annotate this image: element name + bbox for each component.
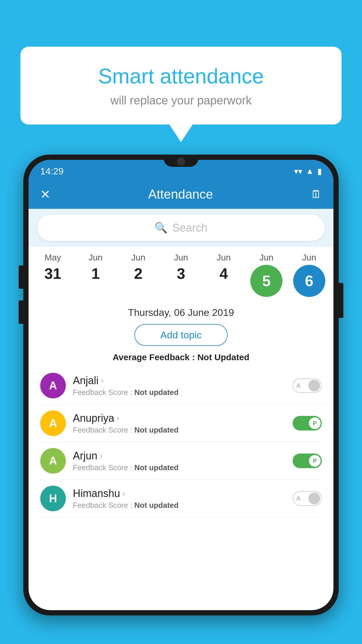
avatar-anjali: A (40, 373, 66, 398)
side-button-volume-up (19, 265, 23, 289)
date-month: Jun (259, 253, 273, 262)
toggle-present-knob: P (309, 417, 321, 429)
side-button-power (339, 283, 343, 318)
student-name-himanshu: Himanshu › (73, 487, 286, 500)
speech-bubble-title: Smart attendance (44, 64, 318, 88)
phone-camera (177, 158, 185, 166)
search-bar-container: 🔍 Search (29, 209, 333, 247)
date-num: 31 (44, 265, 61, 282)
student-feedback-himanshu: Feedback Score : Not updated (73, 501, 286, 510)
student-info-himanshu[interactable]: Himanshu › Feedback Score : Not updated (73, 487, 286, 510)
student-info-anjali[interactable]: Anjali › Feedback Score : Not updated (73, 374, 286, 397)
speech-bubble: Smart attendance will replace your paper… (20, 47, 342, 125)
content-area: Thursday, 06 June 2019 Add topic Average… (29, 300, 333, 524)
search-bar[interactable]: 🔍 Search (37, 215, 325, 241)
date-month: Jun (174, 253, 188, 262)
student-name-anupriya: Anupriya › (73, 412, 286, 424)
date-num: 2 (134, 265, 143, 282)
date-month: Jun (302, 253, 316, 262)
phone-screen: 14:29 ▾▾ ▲ ▮ ✕ Attendance 🗓 🔍 Search (29, 160, 333, 610)
date-month: Jun (217, 253, 231, 262)
student-feedback-anupriya: Feedback Score : Not updated (73, 426, 286, 435)
avg-feedback: Average Feedback : Not Updated (37, 352, 325, 362)
search-icon: 🔍 (154, 222, 168, 234)
close-button[interactable]: ✕ (40, 187, 50, 202)
toggle-absent-label: A (296, 495, 301, 502)
speech-bubble-section: Smart attendance will replace your paper… (20, 47, 342, 142)
wifi-icon: ▾▾ (294, 167, 302, 176)
speech-bubble-subtitle: will replace your paperwork (44, 94, 318, 107)
student-name-arjun: Arjun › (73, 450, 286, 462)
student-info-anupriya[interactable]: Anupriya › Feedback Score : Not updated (73, 412, 286, 435)
date-month: Jun (89, 253, 103, 262)
toggle-absent-knob (308, 493, 320, 504)
date-num: 3 (177, 265, 185, 282)
student-feedback-anjali: Feedback Score : Not updated (73, 388, 286, 397)
student-feedback-arjun: Feedback Score : Not updated (73, 463, 286, 472)
chevron-right-icon: › (122, 489, 125, 498)
student-row-anupriya: A Anupriya › Feedback Score : Not update… (37, 405, 325, 442)
phone-outer: 14:29 ▾▾ ▲ ▮ ✕ Attendance 🗓 🔍 Search (23, 155, 339, 615)
avatar-himanshu: H (40, 486, 66, 511)
chevron-right-icon: › (101, 376, 103, 385)
toggle-present-knob: P (309, 455, 321, 467)
calendar-icon[interactable]: 🗓 (311, 188, 322, 201)
date-num: 1 (91, 265, 100, 282)
date-col-jun3[interactable]: Jun 3 (162, 253, 200, 282)
add-topic-button[interactable]: Add topic (134, 324, 228, 346)
search-placeholder: Search (172, 222, 207, 234)
chevron-right-icon: › (117, 414, 119, 423)
date-col-jun4[interactable]: Jun 4 (205, 253, 243, 282)
date-circle-green: 5 (250, 265, 282, 297)
student-row-anjali: A Anjali › Feedback Score : Not updated … (37, 367, 325, 405)
phone-notch (164, 155, 198, 167)
calendar-strip: May 31 Jun 1 Jun 2 Jun 3 Jun 4 (29, 247, 333, 300)
date-col-jun2[interactable]: Jun 2 (119, 253, 157, 282)
toggle-arjun[interactable]: P (293, 454, 322, 468)
toggle-himanshu[interactable]: A (293, 491, 322, 506)
student-row-arjun: A Arjun › Feedback Score : Not updated P (37, 442, 325, 480)
header-title: Attendance (148, 187, 213, 202)
student-info-arjun[interactable]: Arjun › Feedback Score : Not updated (73, 450, 286, 472)
toggle-anjali[interactable]: A (293, 378, 322, 393)
date-col-jun6[interactable]: Jun 6 (290, 253, 328, 297)
date-col-jun5[interactable]: Jun 5 (247, 253, 285, 297)
side-button-volume-down (19, 300, 23, 324)
student-name-anjali: Anjali › (73, 374, 286, 387)
date-col-may31[interactable]: May 31 (34, 253, 72, 282)
date-num: 4 (219, 265, 228, 282)
battery-icon: ▮ (317, 167, 322, 176)
avatar-arjun: A (40, 448, 66, 474)
avg-feedback-value: Not Updated (197, 352, 249, 362)
date-circle-blue: 6 (293, 265, 325, 297)
selected-date: Thursday, 06 June 2019 (37, 307, 325, 318)
toggle-absent-knob (308, 380, 320, 391)
date-col-jun1[interactable]: Jun 1 (77, 253, 115, 282)
phone-frame: 14:29 ▾▾ ▲ ▮ ✕ Attendance 🗓 🔍 Search (23, 155, 339, 644)
toggle-absent-label: A (296, 382, 301, 389)
status-time: 14:29 (40, 166, 64, 177)
status-icons: ▾▾ ▲ ▮ (294, 167, 322, 176)
student-row-himanshu: H Himanshu › Feedback Score : Not update… (37, 480, 325, 517)
signal-icon: ▲ (306, 167, 314, 176)
date-month: Jun (131, 253, 145, 262)
date-month: May (45, 253, 61, 262)
app-header: ✕ Attendance 🗓 (29, 180, 333, 209)
avatar-anupriya: A (40, 410, 66, 436)
toggle-anupriya[interactable]: P (293, 416, 322, 430)
avg-feedback-label: Average Feedback : (113, 352, 197, 362)
chevron-right-icon: › (100, 451, 102, 461)
speech-bubble-arrow (169, 125, 193, 142)
